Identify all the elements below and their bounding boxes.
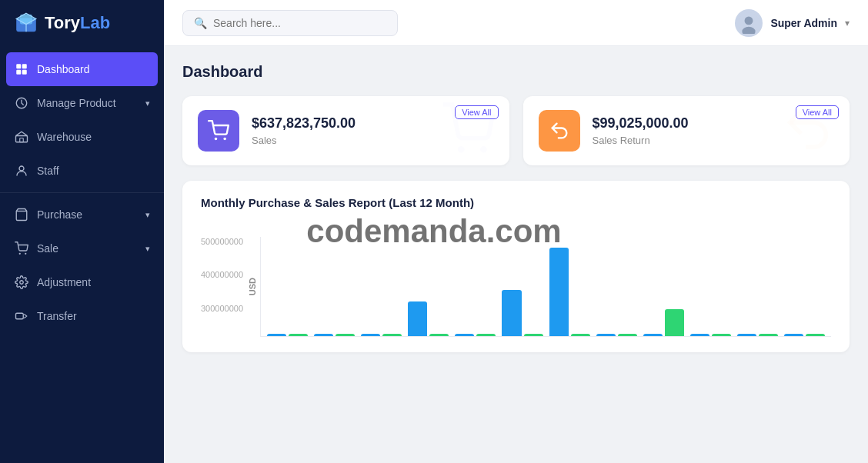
chart-section: Monthly Purchase & Sales Report (Last 12… <box>182 181 850 352</box>
bar-blue-3 <box>361 334 380 336</box>
bar-green-9 <box>665 309 684 336</box>
svg-rect-17 <box>16 313 24 319</box>
bar-group-3 <box>361 334 402 336</box>
bar-green-4 <box>429 334 449 336</box>
sidebar-item-label-transfer: Transfer <box>37 310 77 322</box>
sale-icon <box>14 241 29 256</box>
stats-row: $637,823,750.00 Sales View All <box>182 96 850 165</box>
bar-group-5 <box>455 334 496 336</box>
sidebar-item-warehouse[interactable]: Warehouse <box>0 120 164 154</box>
sidebar-item-adjustment[interactable]: Adjustment <box>0 265 164 299</box>
svg-point-22 <box>223 138 226 141</box>
bar-green-2 <box>336 334 355 336</box>
y-label-300m: 300000000 <box>201 304 243 313</box>
svg-point-19 <box>745 16 753 25</box>
bar-green-12 <box>806 334 825 336</box>
svg-rect-11 <box>20 138 24 142</box>
user-area[interactable]: Super Admin ▾ <box>735 9 850 37</box>
sidebar-item-staff[interactable]: Staff <box>0 154 164 188</box>
nav-divider <box>0 192 164 193</box>
bar-blue-5 <box>455 334 474 336</box>
svg-point-16 <box>20 281 24 285</box>
sales-icon-bg <box>198 110 239 152</box>
product-icon <box>14 95 29 111</box>
bar-group-12 <box>784 334 825 336</box>
dashboard-icon <box>14 62 29 77</box>
content-area: Dashboard $637,823,750.00 Sales View All <box>164 46 868 463</box>
stat-card-sales: $637,823,750.00 Sales View All <box>182 96 509 165</box>
header: 🔍 Super Admin ▾ <box>164 0 868 46</box>
logo-area: ToryLab <box>0 0 164 46</box>
sales-return-bg-icon <box>777 102 839 159</box>
sidebar-item-label-purchase: Purchase <box>37 208 82 221</box>
sidebar-item-sale[interactable]: Sale ▾ <box>0 232 164 265</box>
sidebar-item-label-staff: Staff <box>37 165 59 177</box>
bar-blue-7 <box>549 248 569 336</box>
page-title: Dashboard <box>182 63 850 81</box>
sidebar-item-purchase[interactable]: Purchase ▾ <box>0 198 164 232</box>
bar-green-8 <box>618 334 637 336</box>
bar-green-11 <box>759 334 778 336</box>
bar-blue-6 <box>502 290 521 336</box>
bar-green-6 <box>524 334 543 336</box>
bar-blue-4 <box>408 301 427 336</box>
y-label-500m: 500000000 <box>201 237 243 246</box>
svg-rect-5 <box>16 64 21 68</box>
bar-group-6 <box>502 290 542 336</box>
svg-point-23 <box>457 146 464 153</box>
purchase-icon <box>14 207 29 222</box>
search-icon: 🔍 <box>194 17 207 29</box>
avatar <box>735 9 763 37</box>
svg-rect-6 <box>22 64 27 68</box>
logo-lab: Lab <box>80 13 110 33</box>
svg-rect-8 <box>22 70 27 75</box>
staff-icon <box>14 163 29 178</box>
sidebar-item-dashboard[interactable]: Dashboard <box>6 52 158 86</box>
bar-group-1 <box>267 334 308 336</box>
sidebar-item-label-sale: Sale <box>37 242 58 255</box>
nav-items: Dashboard Manage Product ▾ Ware <box>0 46 164 463</box>
stat-card-sales-return: $99,025,000.00 Sales Return View All <box>523 96 850 165</box>
bar-group-2 <box>314 334 355 336</box>
chart-title: Monthly Purchase & Sales Report (Last 12… <box>201 196 831 209</box>
sales-return-icon-bg <box>539 110 580 152</box>
return-icon <box>549 120 570 142</box>
user-name: Super Admin <box>770 17 837 29</box>
bar-green-5 <box>476 334 496 336</box>
bar-blue-2 <box>314 334 333 336</box>
svg-point-24 <box>480 146 487 153</box>
adjustment-icon <box>14 275 29 290</box>
y-label-400m: 400000000 <box>201 270 243 279</box>
bar-blue-10 <box>690 334 709 336</box>
cart-icon <box>208 120 229 142</box>
bar-group-8 <box>596 334 637 336</box>
svg-rect-7 <box>16 70 21 75</box>
search-input[interactable] <box>213 17 386 29</box>
svg-rect-10 <box>16 136 28 142</box>
avatar-svg <box>738 12 760 34</box>
bar-green-10 <box>712 334 731 336</box>
warehouse-icon <box>14 129 29 145</box>
bar-group-4 <box>408 301 449 336</box>
main-content: 🔍 Super Admin ▾ Dashboard <box>164 0 868 463</box>
sidebar: ToryLab Dashboard Manage <box>0 0 164 463</box>
bar-blue-1 <box>267 334 286 336</box>
chevron-down-icon-purchase: ▾ <box>145 210 150 220</box>
svg-point-14 <box>19 253 21 255</box>
bar-group-9 <box>643 309 684 336</box>
sidebar-item-label-dashboard: Dashboard <box>37 63 90 75</box>
sidebar-item-manage-product[interactable]: Manage Product ▾ <box>0 86 164 120</box>
bar-group-11 <box>737 334 778 336</box>
svg-point-12 <box>19 166 24 171</box>
bar-group-7 <box>549 248 590 336</box>
transfer-icon <box>14 308 29 324</box>
sidebar-item-transfer[interactable]: Transfer <box>0 299 164 333</box>
bar-group-10 <box>690 334 731 336</box>
bar-green-7 <box>571 334 590 336</box>
logo-icon <box>14 11 38 35</box>
chevron-down-icon-sale: ▾ <box>145 244 150 254</box>
sales-bg-icon <box>437 102 499 159</box>
search-box[interactable]: 🔍 <box>182 10 398 36</box>
svg-point-21 <box>215 138 218 141</box>
bar-blue-11 <box>737 334 756 336</box>
